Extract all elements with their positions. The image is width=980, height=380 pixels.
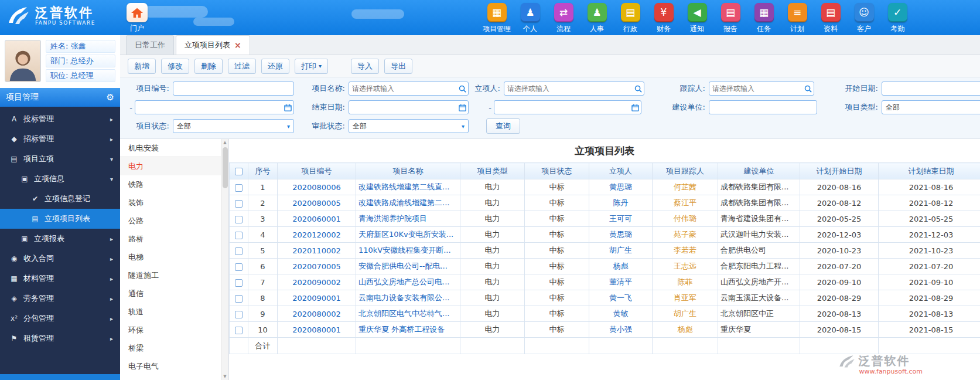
table-row[interactable]: 4 2020120002 天府新区10Kv变电所安装... 电力 中标 黄思璐 …: [230, 227, 980, 243]
category-item[interactable]: 电子电气: [120, 357, 221, 375]
cell-initiator[interactable]: 黄一飞: [589, 290, 653, 306]
toolbar-button[interactable]: 打印 ▾: [295, 59, 328, 74]
top-nav-item[interactable]: ♟ 个人: [515, 3, 545, 34]
row-checkbox[interactable]: [235, 295, 243, 303]
toolbar-button[interactable]: 还原 ▾: [261, 59, 289, 74]
query-button[interactable]: 查询: [486, 118, 520, 134]
cell-project-name-link[interactable]: 北京朝阳区电气中芯特气...: [356, 306, 460, 322]
top-nav-item[interactable]: ▦ 项目管理: [482, 3, 511, 34]
tab[interactable]: 立项项目列表 ×: [176, 35, 250, 55]
toolbar-button[interactable]: 导入 ▾: [351, 59, 379, 74]
project-status-select[interactable]: 全部 ▾: [173, 119, 294, 133]
row-checkbox[interactable]: [235, 216, 243, 223]
tab-close-icon[interactable]: ×: [234, 41, 241, 49]
calendar-icon[interactable]: [284, 103, 292, 111]
category-item[interactable]: 铁路: [120, 175, 221, 194]
cell-project-name-link[interactable]: 天府新区10Kv变电所安装...: [356, 227, 460, 243]
cell-project-code-link[interactable]: 2020080005: [278, 195, 356, 211]
search-icon[interactable]: [458, 84, 466, 93]
category-item[interactable]: 电力: [120, 157, 221, 175]
gear-icon[interactable]: ⚙: [107, 92, 114, 103]
category-item[interactable]: 轨道: [120, 303, 221, 321]
table-row[interactable]: 7 2020090002 山西弘文房地产总公司电... 电力 中标 董清平 陈菲…: [230, 274, 980, 290]
cell-tracker[interactable]: 杨彪: [653, 322, 718, 338]
column-header[interactable]: 项目状态: [525, 163, 589, 179]
category-item[interactable]: 路桥: [120, 230, 221, 248]
toolbar-button[interactable]: 新增 ▾: [128, 59, 156, 74]
cell-tracker[interactable]: 苑子豪: [653, 227, 718, 243]
row-checkbox[interactable]: [235, 263, 243, 271]
search-icon[interactable]: [804, 84, 812, 93]
build-unit-input[interactable]: [709, 100, 817, 114]
row-checkbox[interactable]: [235, 327, 243, 334]
select-all-checkbox[interactable]: [235, 168, 243, 175]
cell-initiator[interactable]: 黄敏: [589, 306, 653, 322]
cell-initiator[interactable]: 黄思璐: [589, 227, 653, 243]
sidebar-section-header[interactable]: 项目管理 ⚙: [0, 88, 120, 107]
sidebar-menu-item[interactable]: ▣ 立项报表 ▸: [0, 229, 120, 249]
approval-status-select[interactable]: 全部 ▾: [349, 119, 469, 133]
sidebar-menu-item[interactable]: ▤ 立项项目列表: [0, 209, 120, 229]
cell-tracker[interactable]: 王志远: [653, 259, 718, 274]
start-date-input[interactable]: [882, 82, 980, 96]
cell-initiator[interactable]: 黄小强: [589, 322, 653, 338]
cell-tracker[interactable]: 陈菲: [653, 274, 718, 290]
cell-project-name-link[interactable]: 安徽合肥供电公司--配电...: [356, 259, 460, 274]
toolbar-button[interactable]: 删除 ▾: [194, 59, 223, 74]
cell-project-code-link[interactable]: 2020090002: [278, 274, 356, 290]
top-nav-item[interactable]: ▤ 行政: [616, 3, 645, 34]
cell-project-code-link[interactable]: 2020060001: [278, 211, 356, 227]
toolbar-button[interactable]: 导出 ▾: [384, 59, 412, 74]
top-nav-item[interactable]: ¥ 财务: [649, 3, 678, 34]
category-scrollbar[interactable]: ▲ ▼: [221, 139, 228, 380]
top-nav-item[interactable]: ⇄ 流程: [549, 3, 578, 34]
cell-project-name-link[interactable]: 改建铁路线增建第二线直...: [356, 179, 460, 195]
cell-project-name-link[interactable]: 110kV安徽线程集变开断...: [356, 243, 460, 259]
table-row[interactable]: 1 2020080006 改建铁路线增建第二线直... 电力 中标 黄思璐 何芷…: [230, 179, 980, 195]
scroll-down-icon[interactable]: ▼: [223, 373, 226, 380]
cell-project-name-link[interactable]: 改建铁路成渝线增建第二...: [356, 195, 460, 211]
cell-project-code-link[interactable]: 2020080002: [278, 306, 356, 322]
category-item[interactable]: 公路: [120, 212, 221, 230]
initiator-input[interactable]: [504, 82, 644, 96]
row-checkbox[interactable]: [235, 232, 243, 239]
category-item[interactable]: 装饰: [120, 194, 221, 212]
column-header[interactable]: 计划结束日期: [879, 163, 980, 179]
table-row[interactable]: 6 2020070005 安徽合肥供电公司--配电... 电力 中标 杨彪 王志…: [230, 259, 980, 274]
table-row[interactable]: 5 2020110002 110kV安徽线程集变开断... 电力 中标 胡广生 …: [230, 243, 980, 259]
table-row[interactable]: 3 2020060001 青海洪湖养护院项目 电力 中标 王可可 付伟璐 青海省…: [230, 211, 980, 227]
cell-project-name-link[interactable]: 云南电力设备安装有限公...: [356, 290, 460, 306]
cell-initiator[interactable]: 黄思璐: [589, 179, 653, 195]
top-nav-item[interactable]: ≡ 计划: [783, 3, 812, 34]
cell-tracker[interactable]: 蔡江平: [653, 195, 718, 211]
top-nav-item[interactable]: ▤ 报告: [716, 3, 745, 34]
sidebar-menu-item[interactable]: A 投标管理 ▸: [0, 109, 120, 129]
category-item[interactable]: 隧道施工: [120, 266, 221, 284]
top-nav-item[interactable]: ✓ 考勤: [883, 3, 912, 34]
end-date-to-input[interactable]: [494, 100, 641, 114]
category-item[interactable]: 环保: [120, 321, 221, 339]
project-name-input[interactable]: [349, 82, 469, 96]
category-item[interactable]: 桥梁: [120, 339, 221, 357]
column-header[interactable]: 建设单位: [718, 163, 800, 179]
sidebar-menu-item[interactable]: ▦ 材料管理 ▸: [0, 269, 120, 289]
sidebar-menu-item[interactable]: ◉ 收入合同 ▸: [0, 249, 120, 269]
cell-tracker[interactable]: 何芷茜: [653, 179, 718, 195]
table-row[interactable]: 10 2020080001 重庆华夏 外高桥工程设备 电力 中标 黄小强 杨彪 …: [230, 322, 980, 338]
table-row[interactable]: 2 2020080005 改建铁路成渝线增建第二... 电力 中标 陈丹 蔡江平…: [230, 195, 980, 211]
cell-project-code-link[interactable]: 2020090001: [278, 290, 356, 306]
sidebar-menu-item[interactable]: ✔ 立项信息登记: [0, 189, 120, 209]
scroll-up-icon[interactable]: ▲: [223, 139, 226, 146]
table-row[interactable]: 8 2020090001 云南电力设备安装有限公... 电力 中标 黄一飞 肖亚…: [230, 290, 980, 306]
sidebar-menu-item[interactable]: ▤ 项目立项 ▾: [0, 149, 120, 169]
nav-portal[interactable]: 门户: [127, 3, 148, 33]
calendar-icon[interactable]: [631, 103, 639, 111]
cell-tracker[interactable]: 李若若: [653, 243, 718, 259]
top-nav-item[interactable]: ▦ 任务: [749, 3, 778, 34]
row-checkbox[interactable]: [235, 247, 243, 255]
row-checkbox[interactable]: [235, 184, 243, 192]
cell-project-code-link[interactable]: 2020120002: [278, 227, 356, 243]
cell-tracker[interactable]: 肖亚军: [653, 290, 718, 306]
cell-project-name-link[interactable]: 重庆华夏 外高桥工程设备: [356, 322, 460, 338]
cell-initiator[interactable]: 胡广生: [589, 243, 653, 259]
